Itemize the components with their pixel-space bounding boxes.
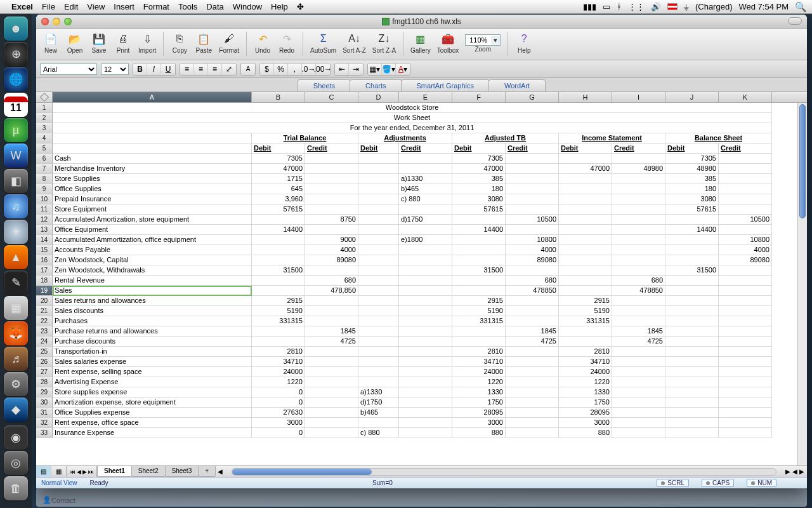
cell[interactable]: Prepaid Insurance (53, 194, 252, 204)
cell[interactable] (399, 225, 452, 235)
toolbox-button[interactable]: 🧰Toolbox (435, 30, 461, 55)
cell[interactable]: d)1750 (358, 398, 399, 408)
title-cell[interactable]: For the year ended, December 31, 2011 (53, 123, 772, 133)
cell[interactable]: 57615 (252, 204, 305, 215)
cell[interactable] (612, 316, 665, 326)
cell[interactable] (358, 326, 399, 337)
cell[interactable] (506, 418, 559, 428)
cell[interactable] (506, 154, 559, 164)
normal-view-button[interactable]: ▤ (36, 466, 51, 477)
cell[interactable]: Store Equipment (53, 204, 252, 215)
col-header-G[interactable]: G (506, 92, 559, 102)
cell[interactable] (252, 235, 305, 245)
cell[interactable]: Insurance Expense (53, 428, 252, 438)
cell[interactable]: 331315 (452, 316, 506, 326)
cell[interactable] (399, 428, 452, 438)
cell[interactable]: 2810 (559, 347, 612, 357)
cell[interactable]: 5190 (452, 306, 506, 316)
wifi-icon[interactable]: ⋮⋮ (628, 2, 645, 11)
cell[interactable] (399, 286, 452, 296)
row-header[interactable]: 18 (36, 276, 53, 286)
cell[interactable]: 48980 (665, 164, 719, 174)
cell[interactable] (665, 255, 719, 265)
cell[interactable]: Credit (719, 144, 772, 154)
cell[interactable] (612, 398, 665, 408)
cell[interactable] (612, 296, 665, 306)
cell[interactable]: 2810 (252, 347, 305, 357)
cell[interactable]: 89080 (506, 255, 559, 265)
cell[interactable]: Cash (53, 154, 252, 164)
cell[interactable] (612, 225, 665, 235)
script-menu-icon[interactable]: ✤ (297, 2, 304, 11)
cell[interactable]: 1845 (506, 326, 559, 337)
dock-itunes-icon[interactable]: ♫ (4, 194, 28, 218)
row-header[interactable]: 22 (36, 316, 53, 326)
borders-button[interactable]: ▦▾ (368, 64, 382, 75)
cell[interactable]: 47000 (452, 164, 506, 174)
row-header[interactable]: 2 (36, 113, 53, 123)
cell[interactable] (559, 265, 612, 276)
help-button[interactable]: ?Help (513, 30, 535, 55)
zoom-control[interactable]: ▾ Zoom (463, 30, 502, 54)
cell[interactable]: 5190 (252, 306, 305, 316)
cell[interactable] (358, 174, 399, 184)
autosum-button[interactable]: ΣAutoSum (308, 30, 338, 55)
cell[interactable] (399, 255, 452, 265)
cell[interactable]: 24000 (559, 367, 612, 377)
cell[interactable]: 0 (252, 398, 305, 408)
cell[interactable] (358, 255, 399, 265)
cell[interactable] (399, 204, 452, 215)
group-header[interactable]: Adjustments (358, 133, 452, 144)
cell[interactable]: 680 (612, 276, 665, 286)
cell[interactable] (719, 164, 772, 174)
cell[interactable] (53, 144, 252, 154)
cell[interactable] (399, 408, 452, 418)
cell[interactable] (719, 306, 772, 316)
cell[interactable] (719, 337, 772, 347)
cell[interactable]: Accumulated Amortization, store equipmen… (53, 215, 252, 225)
col-header-J[interactable]: J (665, 92, 719, 102)
cell[interactable] (252, 286, 305, 296)
dock-calendar-icon[interactable]: 11 (4, 93, 28, 117)
cell[interactable]: Rent expense, office space (53, 418, 252, 428)
cell[interactable] (612, 306, 665, 316)
cell[interactable] (53, 133, 252, 144)
cell[interactable]: 24000 (252, 367, 305, 377)
cell[interactable] (506, 398, 559, 408)
cell[interactable] (358, 418, 399, 428)
cell[interactable] (399, 306, 452, 316)
cell[interactable] (399, 387, 452, 398)
cell[interactable] (665, 347, 719, 357)
row-header[interactable]: 11 (36, 204, 53, 215)
cell[interactable] (506, 164, 559, 174)
row-header[interactable]: 13 (36, 225, 53, 235)
cell[interactable]: 89080 (719, 255, 772, 265)
cell[interactable] (559, 174, 612, 184)
dock-word-icon[interactable]: W (4, 144, 28, 168)
import-button[interactable]: ⇩Import (136, 30, 158, 55)
dec-decimal-button[interactable]: .00→ (316, 64, 330, 75)
dock-app-icon[interactable]: ◧ (4, 169, 28, 193)
cell[interactable]: Debit (358, 144, 399, 154)
cell[interactable] (358, 215, 399, 225)
cell[interactable]: Accounts Payable (53, 245, 252, 255)
cell[interactable]: 47000 (559, 164, 612, 174)
col-header-C[interactable]: C (305, 92, 358, 102)
cell[interactable] (612, 184, 665, 194)
cell[interactable] (252, 276, 305, 286)
cell[interactable] (452, 235, 506, 245)
cell[interactable]: c) 880 (358, 428, 399, 438)
tab-charts[interactable]: Charts (350, 79, 402, 91)
cell[interactable]: Debit (559, 144, 612, 154)
cell[interactable] (305, 357, 358, 367)
group-header[interactable]: Income Statement (559, 133, 665, 144)
cell[interactable] (305, 418, 358, 428)
sort-za-button[interactable]: Z↓Sort Z-A (370, 30, 398, 55)
cell[interactable] (665, 377, 719, 387)
cell[interactable]: Debit (452, 144, 506, 154)
currency-button[interactable]: $ (260, 64, 274, 75)
cell[interactable]: 2915 (452, 296, 506, 306)
cell[interactable] (719, 154, 772, 164)
cell[interactable] (612, 408, 665, 418)
cell[interactable] (399, 245, 452, 255)
